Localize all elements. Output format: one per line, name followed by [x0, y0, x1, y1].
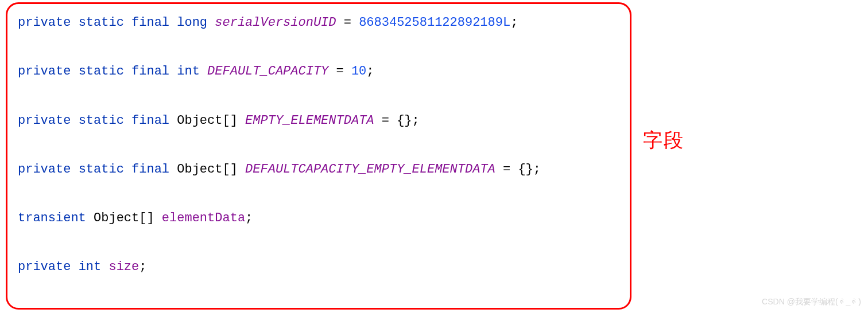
code-line: private static final Object[] DEFAULTCAP…	[18, 162, 619, 177]
semicolon: ;	[533, 162, 541, 177]
code-line: private static final int DEFAULT_CAPACIT…	[18, 64, 619, 79]
identifier-empty-elementdata: EMPTY_ELEMENTDATA	[245, 114, 374, 128]
code-line: private static final long serialVersionU…	[18, 15, 619, 30]
identifier-defaultcapacity-empty-elementdata: DEFAULTCAPACITY_EMPTY_ELEMENTDATA	[245, 162, 495, 177]
operator-equals: =	[495, 162, 518, 177]
identifier-size: size	[108, 260, 139, 274]
code-block: private static final long serialVersionU…	[6, 2, 631, 310]
semicolon: ;	[510, 15, 518, 30]
keyword-final: final	[131, 114, 169, 128]
semicolon: ;	[245, 211, 253, 225]
operator-equals: =	[328, 64, 351, 79]
code-line: private int size;	[18, 260, 619, 274]
keyword-static: static	[79, 162, 124, 177]
operator-equals: =	[336, 15, 359, 30]
keyword-final: final	[131, 15, 169, 30]
operator-equals: =	[374, 114, 397, 128]
keyword-long: long	[177, 15, 207, 30]
keyword-private: private	[18, 260, 71, 274]
literal-number: 8683452581122892189L	[359, 15, 510, 30]
watermark: CSDN @我要学编程(ಥ_ಥ)	[762, 297, 861, 307]
semicolon: ;	[139, 260, 146, 274]
annotation-label: 字段	[643, 127, 684, 154]
identifier-serialversionuid: serialVersionUID	[215, 15, 336, 30]
keyword-final: final	[131, 162, 169, 177]
code-line: transient Object[] elementData;	[18, 211, 619, 225]
identifier-default-capacity: DEFAULT_CAPACITY	[207, 64, 328, 79]
type-object-array: Object[]	[94, 211, 154, 225]
keyword-static: static	[79, 15, 124, 30]
keyword-private: private	[18, 114, 71, 128]
keyword-private: private	[18, 15, 71, 30]
keyword-static: static	[79, 114, 124, 128]
keyword-int: int	[177, 64, 200, 79]
keyword-static: static	[79, 64, 124, 79]
literal-number: 10	[351, 64, 366, 79]
keyword-private: private	[18, 64, 71, 79]
type-object-array: Object[]	[177, 114, 238, 128]
keyword-private: private	[18, 162, 71, 177]
keyword-int: int	[79, 260, 102, 274]
keyword-final: final	[131, 64, 169, 79]
semicolon: ;	[366, 64, 374, 79]
code-line: private static final Object[] EMPTY_ELEM…	[18, 114, 619, 128]
literal-empty-braces: {}	[518, 162, 533, 177]
semicolon: ;	[412, 114, 420, 128]
identifier-elementdata: elementData	[162, 211, 245, 225]
literal-empty-braces: {}	[397, 114, 412, 128]
keyword-transient: transient	[18, 211, 86, 225]
type-object-array: Object[]	[177, 162, 238, 177]
